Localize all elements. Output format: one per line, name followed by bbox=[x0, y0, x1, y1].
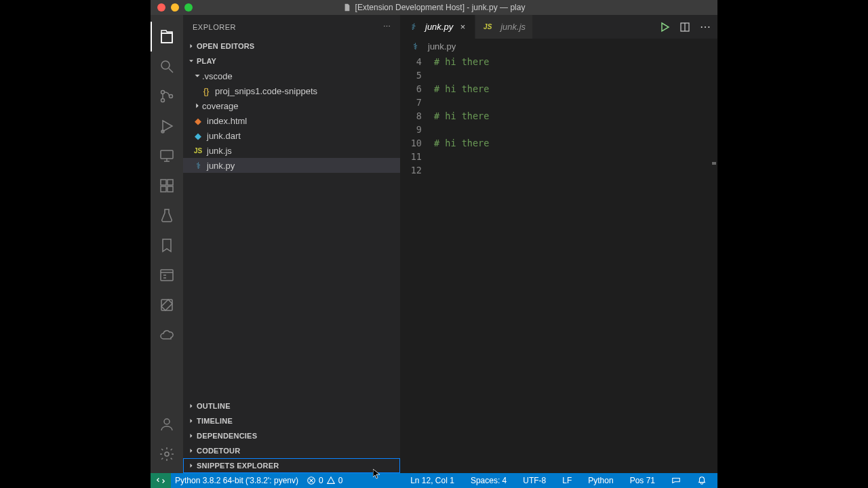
folder-vscode[interactable]: .vscode bbox=[183, 68, 400, 83]
svg-point-1 bbox=[161, 91, 165, 94]
tab-actions: ⋯ bbox=[659, 15, 717, 39]
run-icon[interactable] bbox=[659, 22, 670, 33]
folder-coverage[interactable]: coverage bbox=[183, 98, 400, 113]
sidebar-header: EXPLORER ⋯ bbox=[183, 15, 400, 39]
svg-point-13 bbox=[165, 452, 169, 456]
encoding[interactable]: UTF-8 bbox=[519, 476, 550, 485]
eol[interactable]: LF bbox=[558, 476, 576, 485]
code-content[interactable]: # hi there # hi there # hi there # hi th… bbox=[434, 54, 717, 473]
code-line: # hi there bbox=[434, 55, 717, 68]
feedback-icon[interactable] bbox=[667, 476, 685, 485]
tab-junk-py[interactable]: ⚕ junk.py × bbox=[400, 15, 475, 39]
position[interactable]: Pos 71 bbox=[626, 476, 659, 485]
svg-point-0 bbox=[161, 61, 170, 69]
tree-item-label: junk.py bbox=[207, 161, 235, 171]
ellipsis-icon[interactable]: ⋯ bbox=[700, 20, 711, 33]
tag-icon[interactable] bbox=[151, 290, 183, 320]
file-junk-js[interactable]: JS junk.js bbox=[183, 143, 400, 158]
tree-item-label: junk.js bbox=[207, 146, 232, 156]
title-bar: [Extension Development Host] - junk.py —… bbox=[151, 0, 717, 15]
line-number: 6 bbox=[400, 82, 422, 96]
remote-explorer-icon[interactable] bbox=[151, 141, 183, 171]
file-snippets[interactable]: {} proj_snips1.code-snippets bbox=[183, 83, 400, 98]
codetour-section[interactable]: CODETOUR bbox=[183, 443, 400, 458]
remote-indicator[interactable] bbox=[151, 473, 171, 488]
window-title-text: [Extension Development Host] - junk.py —… bbox=[355, 3, 526, 12]
maximize-window-button[interactable] bbox=[184, 3, 193, 12]
indentation[interactable]: Spaces: 4 bbox=[467, 476, 511, 485]
code-line bbox=[434, 150, 717, 163]
line-number: 8 bbox=[400, 109, 422, 123]
vscode-window: [Extension Development Host] - junk.py —… bbox=[151, 0, 717, 488]
panel-label: TIMELINE bbox=[197, 417, 233, 425]
outline-section[interactable]: OUTLINE bbox=[183, 399, 400, 413]
errors-warnings[interactable]: 0 0 bbox=[302, 473, 347, 488]
line-number-gutter: 4 5 6 7 8 9 10 11 12 bbox=[400, 54, 434, 473]
chevron-right-icon bbox=[187, 432, 195, 440]
explorer-icon[interactable] bbox=[151, 22, 183, 52]
search-icon[interactable] bbox=[151, 52, 183, 81]
notifications-icon[interactable] bbox=[693, 476, 711, 485]
chevron-right-icon bbox=[187, 402, 195, 410]
chevron-down-icon bbox=[193, 71, 202, 81]
python-interpreter[interactable]: Python 3.8.2 64-bit ('3.8.2': pyenv) bbox=[171, 473, 302, 488]
language-mode[interactable]: Python bbox=[584, 476, 617, 485]
chevron-right-icon bbox=[187, 447, 195, 455]
tab-label: junk.js bbox=[500, 22, 526, 32]
run-debug-icon[interactable] bbox=[151, 111, 183, 141]
close-icon[interactable]: × bbox=[457, 22, 468, 33]
svg-rect-10 bbox=[161, 270, 173, 281]
code-editor[interactable]: 4 5 6 7 8 9 10 11 12 # hi there # hi the… bbox=[400, 54, 717, 473]
snippets-explorer-section[interactable]: SNIPPETS EXPLORER bbox=[183, 458, 400, 473]
file-junk-dart[interactable]: ◆ junk.dart bbox=[183, 128, 400, 143]
breadcrumb[interactable]: ⚕ junk.py bbox=[400, 39, 717, 54]
line-number: 9 bbox=[400, 123, 422, 136]
cloud-icon[interactable] bbox=[151, 320, 183, 350]
timeline-section[interactable]: TIMELINE bbox=[183, 413, 400, 428]
file-junk-py[interactable]: ⚕ junk.py bbox=[183, 158, 400, 173]
tab-junk-js[interactable]: JS junk.js bbox=[475, 15, 533, 39]
json-file-icon: {} bbox=[201, 85, 212, 96]
svg-point-12 bbox=[164, 419, 170, 424]
close-window-button[interactable] bbox=[157, 3, 165, 12]
settings-gear-icon[interactable] bbox=[151, 439, 183, 469]
project-icon[interactable] bbox=[151, 260, 183, 290]
breadcrumb-label: junk.py bbox=[428, 41, 456, 52]
python-file-icon: ⚕ bbox=[407, 22, 418, 33]
svg-rect-5 bbox=[161, 150, 173, 159]
status-text: 0 bbox=[338, 476, 343, 485]
test-icon[interactable] bbox=[151, 201, 183, 230]
file-index-html[interactable]: ◆ index.html bbox=[183, 113, 400, 128]
source-control-icon[interactable] bbox=[151, 81, 183, 111]
svg-rect-6 bbox=[161, 180, 166, 185]
tree-item-label: .vscode bbox=[202, 71, 233, 81]
workspace-section[interactable]: PLAY bbox=[183, 54, 400, 68]
error-icon bbox=[307, 476, 316, 485]
traffic-lights bbox=[151, 3, 193, 12]
chevron-right-icon bbox=[187, 417, 195, 425]
split-editor-icon[interactable] bbox=[679, 22, 690, 33]
accounts-icon[interactable] bbox=[151, 409, 183, 439]
svg-rect-8 bbox=[161, 186, 166, 192]
file-tree: .vscode {} proj_snips1.code-snippets cov… bbox=[183, 68, 400, 399]
status-text: Python 3.8.2 64-bit ('3.8.2': pyenv) bbox=[175, 476, 298, 485]
bookmark-icon[interactable] bbox=[151, 230, 183, 260]
ellipsis-icon[interactable]: ⋯ bbox=[383, 22, 391, 31]
svg-rect-7 bbox=[167, 180, 173, 185]
warning-icon bbox=[326, 476, 336, 485]
extensions-icon[interactable] bbox=[151, 171, 183, 201]
chevron-right-icon bbox=[187, 42, 195, 50]
minimize-window-button[interactable] bbox=[171, 3, 179, 12]
js-file-icon: JS bbox=[482, 22, 493, 33]
code-line: # hi there bbox=[434, 109, 717, 123]
window-title: [Extension Development Host] - junk.py —… bbox=[343, 3, 526, 12]
line-number: 12 bbox=[400, 163, 422, 177]
dependencies-section[interactable]: DEPENDENCIES bbox=[183, 428, 400, 443]
editor-area: ⚕ junk.py × JS junk.js ⋯ ⚕ junk.py bbox=[400, 15, 717, 473]
line-number: 10 bbox=[400, 136, 422, 150]
line-col[interactable]: Ln 12, Col 1 bbox=[406, 476, 458, 485]
panel-label: CODETOUR bbox=[197, 447, 240, 455]
panel-label: OUTLINE bbox=[197, 402, 231, 410]
open-editors-section[interactable]: OPEN EDITORS bbox=[183, 39, 400, 54]
status-bar: Python 3.8.2 64-bit ('3.8.2': pyenv) 0 0… bbox=[151, 473, 717, 488]
